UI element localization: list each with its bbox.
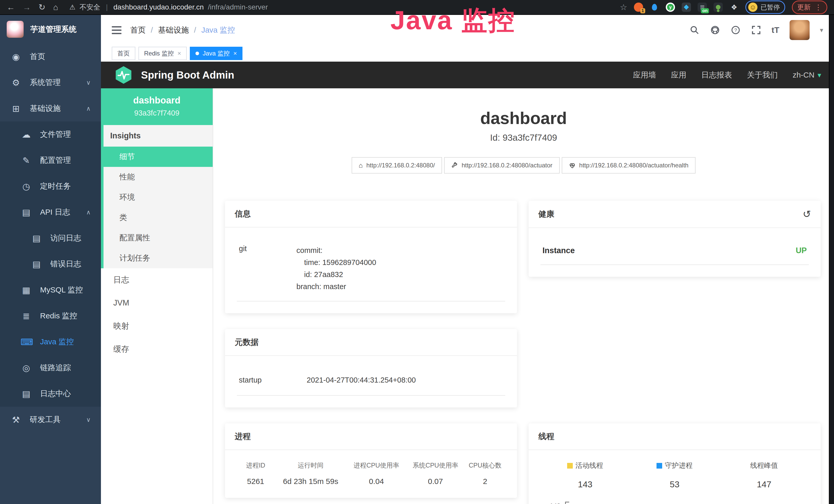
sba-nav-wall[interactable]: 应用墙 [633, 70, 656, 81]
extension-green-icon[interactable]: y [666, 3, 675, 12]
health-instance-row[interactable]: Instance UP [541, 239, 809, 265]
sidebar-item-label: 系统管理 [30, 77, 61, 88]
edit-icon: ✎ [21, 155, 32, 166]
sidebar-item-mysql-monitor[interactable]: ▦ MySQL 监控 [0, 277, 101, 303]
close-icon[interactable]: × [177, 50, 181, 57]
sba-item-config-props[interactable]: 配置属性 [104, 228, 213, 248]
extension-orange-icon[interactable]: 1 [634, 3, 643, 12]
process-col-sys-cpu: 系统CPU使用率 [406, 461, 465, 477]
url-path: /infra/admin-server [208, 3, 268, 11]
sidebar-item-access-logs[interactable]: ▤ 访问日志 [0, 225, 101, 251]
tab-redis-monitor[interactable]: Redis 监控 × [138, 47, 187, 60]
history-icon[interactable]: ↺ [803, 208, 811, 220]
actuator-url-link[interactable]: http://192.168.0.2:48080/actuator [444, 157, 560, 174]
process-col-pid: 进程ID [237, 461, 274, 477]
extension-pin-icon[interactable] [650, 3, 659, 12]
sba-language-select[interactable]: zh-CN ▾ [793, 71, 821, 79]
instance-title: dashboard [213, 108, 834, 128]
sidebar-item-label: Java 监控 [40, 337, 74, 347]
breadcrumb-home[interactable]: 首页 [130, 25, 146, 36]
sidebar-item-home[interactable]: ◉ 首页 [0, 44, 101, 70]
log-icon: ▤ [31, 259, 42, 269]
sba-item-mappings[interactable]: 映射 [101, 315, 213, 338]
sba-selected-application[interactable]: dashboard 93a3fc7f7409 [101, 88, 213, 125]
clock-icon: ◷ [21, 181, 32, 191]
sba-nav-about[interactable]: 关于我们 [747, 70, 778, 81]
sidebar-item-redis-monitor[interactable]: ≣ Redis 监控 [0, 303, 101, 329]
page-scrollbar[interactable] [829, 15, 834, 504]
avatar-caret-icon[interactable]: ▾ [820, 26, 823, 34]
sidebar-item-api-logs[interactable]: ▤ API 日志 ∧ [0, 199, 101, 225]
tag-view-bar: 首页 Redis 监控 × Java 监控 × [101, 45, 834, 62]
extension-list-icon[interactable]: ≣ on [698, 3, 707, 12]
extension-person-icon[interactable] [714, 3, 723, 12]
profile-paused-chip[interactable]: ☺ 已暂停 [745, 1, 785, 14]
log-icon: ▤ [31, 233, 42, 244]
service-url-link[interactable]: ⌂ http://192.168.0.2:48080/ [352, 157, 442, 174]
app-sidebar: 芋道管理系统 ◉ 首页 ⚙ 系统管理 ∨ ⊞ 基础设施 ∧ ☁ 文件管理 [0, 15, 101, 504]
actuator-url-text: http://192.168.0.2:48080/actuator [462, 162, 552, 169]
sba-item-jvm[interactable]: JVM [101, 292, 213, 315]
tab-home[interactable]: 首页 [112, 47, 135, 60]
info-card: 信息 git commit: time: 1596289704000 id: 2… [225, 201, 517, 313]
process-col-uptime: 运行时间 [274, 461, 347, 477]
sba-item-classes[interactable]: 类 [104, 207, 213, 228]
sba-item-caches[interactable]: 缓存 [101, 338, 213, 361]
home-icon[interactable]: ⌂ [53, 3, 58, 11]
forward-icon[interactable]: → [23, 3, 31, 11]
wrench-icon [451, 162, 458, 169]
address-bar[interactable]: ⚠ 不安全 | dashboard.yudao.iocoder.cn /infr… [69, 3, 612, 12]
sba-item-details[interactable]: 细节 [104, 146, 213, 167]
sba-nav-journal[interactable]: 日志报表 [701, 70, 732, 81]
tab-java-monitor[interactable]: Java 监控 × [190, 47, 242, 60]
layers-icon: ≣ [21, 311, 32, 321]
text-size-icon[interactable]: tT [772, 25, 779, 35]
git-commit-line: commit: [297, 245, 376, 256]
metadata-startup-row: startup 2021-04-27T00:44:31.254+08:00 [237, 367, 505, 396]
help-icon[interactable]: ? [730, 25, 741, 35]
breadcrumb-separator: / [151, 26, 153, 35]
hamburger-icon[interactable] [112, 26, 122, 34]
extension-on-badge: on [701, 8, 709, 13]
sidebar-item-file-mgmt[interactable]: ☁ 文件管理 [0, 121, 101, 147]
sidebar-item-config-mgmt[interactable]: ✎ 配置管理 [0, 147, 101, 173]
chevron-down-icon: ▾ [817, 71, 821, 79]
info-git-row: git commit: time: 1596289704000 id: 27aa… [237, 238, 505, 301]
sba-item-environment[interactable]: 环境 [104, 187, 213, 207]
fullscreen-icon[interactable] [751, 25, 761, 35]
browser-menu-icon[interactable]: ⋮ [815, 3, 822, 12]
sidebar-item-error-logs[interactable]: ▤ 错误日志 [0, 251, 101, 277]
sidebar-item-trace[interactable]: ◎ 链路追踪 [0, 355, 101, 381]
legend-blue-swatch [657, 463, 662, 468]
breadcrumb-infrastructure[interactable]: 基础设施 [158, 25, 189, 36]
security-label: 不安全 [79, 3, 100, 12]
bookmark-star-icon[interactable]: ☆ [620, 2, 627, 12]
sidebar-item-log-center[interactable]: ▤ 日志中心 [0, 381, 101, 407]
info-git-label: git [239, 245, 285, 293]
search-icon[interactable] [689, 25, 700, 35]
sidebar-item-java-monitor[interactable]: ⌨ Java 监控 [0, 329, 101, 355]
app-logo-row[interactable]: 芋道管理系统 [0, 15, 101, 44]
sidebar-item-dev-tools[interactable]: ⚒ 研发工具 ∨ [0, 407, 101, 433]
close-icon[interactable]: × [233, 50, 237, 57]
extension-grid-icon[interactable] [682, 3, 691, 12]
sba-item-logs[interactable]: 日志 [101, 268, 213, 292]
reload-icon[interactable]: ↻ [39, 3, 45, 11]
sba-item-metrics[interactable]: 性能 [104, 167, 213, 187]
update-label: 更新 [797, 3, 811, 12]
tools-icon: ⚒ [10, 415, 22, 425]
health-url-link[interactable]: http://192.168.0.2:48080/actuator/health [562, 157, 696, 174]
sidebar-item-system-mgmt[interactable]: ⚙ 系统管理 ∨ [0, 70, 101, 95]
sidebar-item-infrastructure[interactable]: ⊞ 基础设施 ∧ [0, 95, 101, 121]
user-avatar[interactable] [790, 20, 810, 40]
sba-nav-applications[interactable]: 应用 [671, 70, 686, 81]
update-button[interactable]: 更新 ⋮ [792, 1, 827, 14]
y-axis-cap [565, 502, 569, 502]
info-card-title: 信息 [225, 201, 517, 228]
sidebar-item-scheduled-jobs[interactable]: ◷ 定时任务 [0, 173, 101, 199]
log-icon: ▤ [21, 207, 32, 217]
sba-item-scheduled-tasks[interactable]: 计划任务 [104, 248, 213, 268]
github-icon[interactable] [710, 25, 720, 35]
extensions-puzzle-icon[interactable]: ❖ [729, 3, 739, 12]
back-icon[interactable]: ← [7, 3, 15, 11]
